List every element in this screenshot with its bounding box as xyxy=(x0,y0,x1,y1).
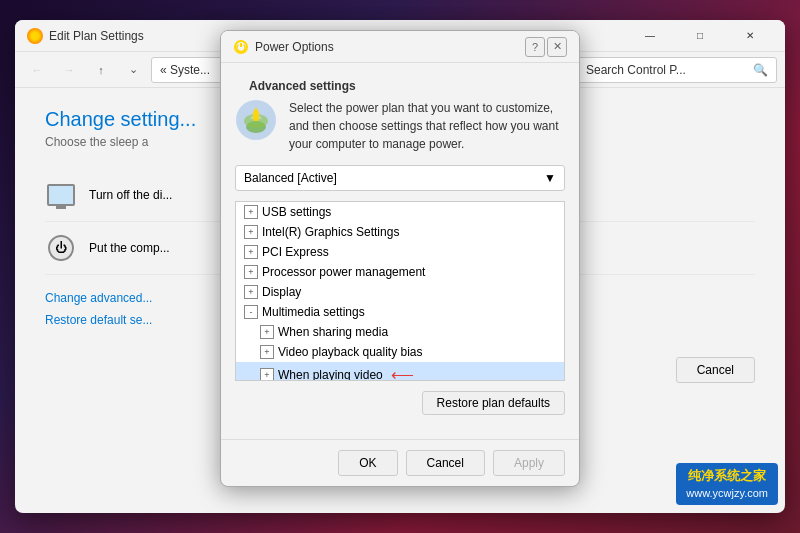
watermark-brand: 纯净系统之家 xyxy=(686,467,768,485)
ok-button[interactable]: OK xyxy=(338,450,397,476)
list-item-label: Video playback quality bias xyxy=(278,345,423,359)
modal-footer: OK Cancel Apply xyxy=(221,439,579,486)
expand-icon[interactable]: + xyxy=(244,245,258,259)
watermark: 纯净系统之家 www.ycwjzy.com xyxy=(676,463,778,505)
expand-icon[interactable]: + xyxy=(244,285,258,299)
dropdown-arrow-icon: ▼ xyxy=(544,171,556,185)
expand-icon[interactable]: + xyxy=(260,325,274,339)
restore-btn-row: Restore plan defaults xyxy=(235,391,565,415)
expand-icon[interactable]: + xyxy=(244,225,258,239)
cancel-button[interactable]: Cancel xyxy=(406,450,485,476)
modal-power-icon xyxy=(233,39,249,55)
settings-list-item[interactable]: +PCI Express xyxy=(236,242,564,262)
restore-plan-button[interactable]: Restore plan defaults xyxy=(422,391,565,415)
list-item-label: Display xyxy=(262,285,301,299)
watermark-url: www.ycwjzy.com xyxy=(686,486,768,501)
list-item-label: Multimedia settings xyxy=(262,305,365,319)
power-plan-icon xyxy=(235,99,277,141)
settings-list-item[interactable]: +Video playback quality bias xyxy=(236,342,564,362)
modal-title: Power Options xyxy=(255,40,525,54)
expand-icon[interactable]: + xyxy=(260,368,274,382)
expand-icon[interactable]: + xyxy=(244,265,258,279)
modal-controls: ? ✕ xyxy=(525,37,567,57)
expand-icon[interactable]: - xyxy=(244,305,258,319)
modal-close-button[interactable]: ✕ xyxy=(547,37,567,57)
arrow-annotation: ⟵ xyxy=(391,365,414,381)
list-item-label: When sharing media xyxy=(278,325,388,339)
dropdown-value: Balanced [Active] xyxy=(244,171,337,185)
apply-button[interactable]: Apply xyxy=(493,450,565,476)
power-options-modal: Power Options ? ✕ Advanced settings Sel xyxy=(220,30,580,487)
expand-icon[interactable]: + xyxy=(260,345,274,359)
list-item-label: PCI Express xyxy=(262,245,329,259)
expand-icon[interactable]: + xyxy=(244,205,258,219)
settings-list-item[interactable]: -Multimedia settings xyxy=(236,302,564,322)
modal-description: Select the power plan that you want to c… xyxy=(235,99,565,153)
modal-body: Advanced settings Select the power plan … xyxy=(221,63,579,439)
settings-list-item[interactable]: +When playing video⟵ xyxy=(236,362,564,381)
list-item-label: When playing video xyxy=(278,368,383,382)
settings-list-item[interactable]: +When sharing media xyxy=(236,322,564,342)
list-item-label: Processor power management xyxy=(262,265,425,279)
modal-help-button[interactable]: ? xyxy=(525,37,545,57)
list-item-label: USB settings xyxy=(262,205,331,219)
modal-overlay: Power Options ? ✕ Advanced settings Sel xyxy=(0,0,800,533)
modal-titlebar: Power Options ? ✕ xyxy=(221,31,579,63)
plan-dropdown[interactable]: Balanced [Active] ▼ xyxy=(235,165,565,191)
settings-list[interactable]: +USB settings+Intel(R) Graphics Settings… xyxy=(235,201,565,381)
settings-list-item[interactable]: +Display xyxy=(236,282,564,302)
settings-list-item[interactable]: +Intel(R) Graphics Settings xyxy=(236,222,564,242)
settings-list-item[interactable]: +USB settings xyxy=(236,202,564,222)
settings-list-item[interactable]: +Processor power management xyxy=(236,262,564,282)
modal-desc-text: Select the power plan that you want to c… xyxy=(289,99,565,153)
list-item-label: Intel(R) Graphics Settings xyxy=(262,225,399,239)
modal-section-header: Advanced settings xyxy=(235,69,565,99)
